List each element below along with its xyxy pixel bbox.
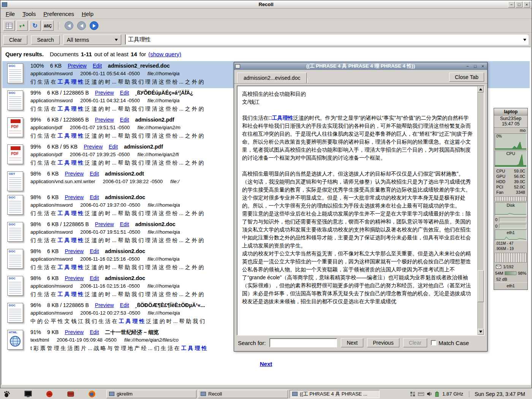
envelope-icon: [496, 265, 501, 269]
taskbar-window-gkrellm[interactable]: gkrellm: [106, 390, 196, 398]
scroll-up-icon[interactable]: [478, 86, 484, 92]
odt-file-icon: ODT: [7, 171, 23, 191]
sort-button[interactable]: [16, 21, 28, 31]
find-clear-button[interactable]: Clear: [403, 338, 427, 347]
search-button[interactable]: Search: [31, 35, 59, 44]
menu-footprint-icon[interactable]: [2, 390, 11, 398]
close-tab-button[interactable]: Close Tab: [449, 73, 484, 82]
result-size: 9 KB: [47, 329, 59, 335]
edit-link[interactable]: Edit: [120, 221, 129, 227]
maximize-icon[interactable]: □: [516, 2, 522, 8]
close-icon[interactable]: ×: [523, 2, 530, 8]
find-input[interactable]: [269, 338, 337, 347]
preview-link[interactable]: Preview: [95, 117, 114, 123]
gkrellm-disk-label: Disk: [495, 203, 526, 207]
preview-link[interactable]: Preview: [84, 144, 103, 150]
preview-link[interactable]: Preview: [65, 275, 84, 281]
minimize-icon[interactable]: −: [464, 63, 471, 69]
red-app-icon[interactable]: [45, 390, 54, 398]
search-row: Clear Search All terms: [0, 33, 532, 47]
gkrellm-net-rx: .011M - 47: [494, 241, 527, 247]
result-score: 98%: [30, 275, 41, 281]
find-next-button[interactable]: Next: [341, 338, 363, 347]
menu-tools[interactable]: Tools: [19, 9, 40, 19]
scroll-down-icon[interactable]: [478, 329, 484, 335]
preview-window-title: ((工 PHRASE 4 具 PHRASE 4 理 PHRASE 4 性)): [234, 63, 487, 70]
gkrellm-disk-row: 0: [494, 216, 527, 223]
table-view-button[interactable]: [3, 21, 15, 31]
preview-tab[interactable]: admission2...evised.doc: [237, 73, 307, 83]
maximize-icon[interactable]: □: [472, 63, 478, 69]
preview-link[interactable]: Preview: [65, 329, 84, 335]
gkrellm-net-chart: eth1: [495, 230, 527, 241]
preview-link[interactable]: Preview: [65, 248, 84, 254]
preview-scrollbar[interactable]: [477, 86, 484, 335]
taskbar-window-recoll[interactable]: Recoll: [198, 390, 288, 398]
tray-keyboard-icon[interactable]: [418, 392, 424, 396]
show-query-link[interactable]: (show query): [148, 51, 181, 57]
query-history-icon[interactable]: [523, 39, 526, 41]
preview-link[interactable]: Preview: [95, 302, 114, 308]
preview-link[interactable]: Preview: [95, 221, 114, 227]
menu-help[interactable]: Help: [78, 9, 97, 19]
preview-link[interactable]: Preview: [68, 63, 87, 69]
minimize-icon[interactable]: −: [508, 2, 515, 8]
firefox-icon[interactable]: [87, 390, 97, 398]
edit-link[interactable]: Edit: [90, 275, 99, 281]
window-icon: [292, 392, 298, 396]
back-page-button[interactable]: [77, 21, 86, 30]
back-button[interactable]: [65, 21, 73, 30]
preview-link[interactable]: Preview: [65, 194, 84, 200]
result-title: ¸ßУÕÐÉúµÄÉç»á¹¦ÄܺÍÄ¿: [135, 90, 193, 96]
volume-icon[interactable]: [427, 391, 432, 396]
battery-icon[interactable]: [435, 391, 439, 397]
result-date: 2006-01-07 19:39:25 -0500: [70, 152, 130, 160]
result-mimetype: application/vnd.sun.xml.writer: [30, 179, 95, 187]
preview-link[interactable]: Preview: [65, 171, 84, 177]
tray-grid-icon[interactable]: [410, 391, 415, 397]
clear-button[interactable]: Clear: [3, 35, 27, 44]
gkrellm-time: 15:47 05: [494, 121, 527, 127]
result-date: 2006-01-07 19:51:51 -0500: [70, 125, 130, 133]
find-previous-button[interactable]: Previous: [367, 338, 399, 347]
match-case-checkbox[interactable]: [431, 340, 436, 345]
search-input[interactable]: [126, 35, 528, 45]
result-title: admission2.pdf: [135, 117, 174, 123]
edit-link[interactable]: Edit: [120, 302, 129, 308]
edit-link[interactable]: Edit: [90, 171, 99, 177]
result-size: 6 KB / 1228865 B: [47, 90, 89, 96]
refresh-button[interactable]: ↻: [29, 21, 41, 31]
result-mimetype: application/msword: [30, 229, 73, 237]
search-mode-select[interactable]: All terms: [63, 35, 121, 45]
result-score: 99%: [30, 117, 41, 123]
scrollbar-thumb[interactable]: [478, 270, 484, 302]
menu-file[interactable]: File: [2, 9, 19, 19]
result-title: admission2.doc: [105, 194, 145, 200]
edit-link[interactable]: Edit: [90, 194, 99, 200]
highlighted-term: 工 具 理 性: [58, 210, 84, 216]
term-explorer-button[interactable]: âßÇ: [42, 21, 54, 31]
edit-link[interactable]: Edit: [120, 117, 129, 123]
result-date: 2006-01-07 19:37:00 -0500: [80, 202, 140, 210]
match-case-label: Match Case: [439, 340, 469, 346]
gkrellm-mail-count: 1/192: [503, 264, 514, 269]
menu-preferences[interactable]: Preferences: [40, 9, 78, 19]
forward-button[interactable]: [90, 21, 98, 30]
edit-link[interactable]: Edit: [109, 144, 118, 150]
edit-link[interactable]: Edit: [90, 329, 99, 335]
results-total: 14: [131, 51, 137, 57]
results-pager: Next: [2, 361, 530, 367]
preview-text[interactable]: 高校招生的社会功能和目的 文/钱江 我们生活在□工具理性泛滥的时代。作为“世之显…: [238, 86, 477, 335]
next-page-link[interactable]: Next: [260, 361, 272, 367]
close-icon[interactable]: ×: [480, 63, 486, 69]
edit-link[interactable]: Edit: [120, 90, 129, 96]
highlighted-term: 工 具 理 性: [181, 345, 207, 351]
preview-link[interactable]: Preview: [95, 90, 114, 96]
terminal-icon[interactable]: [24, 390, 33, 398]
edit-link[interactable]: Edit: [90, 248, 99, 254]
result-size: 6 KB / 95 KB: [47, 144, 78, 150]
edit-link[interactable]: Edit: [93, 63, 102, 69]
package-app-icon[interactable]: [66, 390, 75, 398]
screen: Recoll − □ × File Tools Preferences Help…: [0, 0, 532, 399]
taskbar-window-preview[interactable]: ((工 PHRASE 4 具 PHRASE ...: [290, 390, 380, 398]
